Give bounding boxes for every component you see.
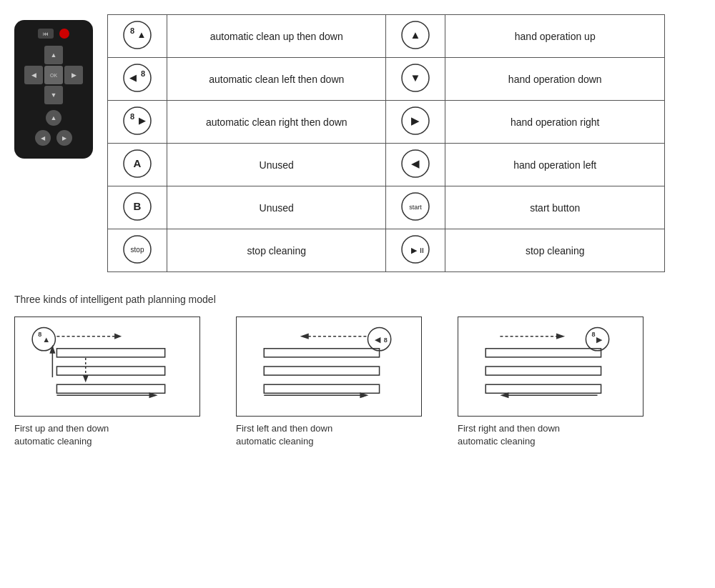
- right-icon-cell: start: [386, 186, 445, 229]
- diagram-item-3: 8 ▶ First right and then down automatic …: [458, 317, 658, 448]
- svg-text:start: start: [410, 204, 423, 211]
- svg-text:⏸: ⏸: [418, 246, 425, 254]
- svg-text:▶: ▶: [596, 335, 603, 344]
- left-icon-cell: 8▶: [108, 101, 167, 144]
- svg-text:B: B: [134, 200, 142, 212]
- svg-text:◀: ◀: [411, 157, 420, 169]
- right-label-cell: stop cleaning: [445, 229, 665, 272]
- right-label-cell: start button: [445, 186, 665, 229]
- left-icon-cell: stop: [108, 229, 167, 272]
- svg-marker-46: [300, 334, 309, 339]
- left-icon-cell: ◀8: [108, 58, 167, 101]
- table-row: stopstop cleaning▶⏸stop cleaning: [108, 229, 665, 272]
- svg-text:▲: ▲: [410, 29, 421, 41]
- left-label-cell: automatic clean left then down: [167, 58, 386, 101]
- right-icon-cell: ▲: [386, 15, 445, 58]
- left-icon-cell: B: [108, 186, 167, 229]
- svg-text:▼: ▼: [410, 71, 421, 84]
- right-icon-cell: ◀: [386, 144, 445, 186]
- svg-text:8: 8: [591, 331, 595, 338]
- svg-rect-35: [56, 384, 164, 393]
- svg-text:8: 8: [384, 337, 388, 344]
- svg-text:◀: ◀: [375, 335, 381, 344]
- diagram-item-2: ◀ 8 First left and then down automatic c…: [236, 317, 436, 448]
- svg-rect-59: [485, 384, 601, 393]
- table-row: 8▶automatic clean right then down▶hand o…: [108, 101, 665, 144]
- svg-marker-56: [556, 334, 565, 339]
- diagram-box-2: ◀ 8: [236, 317, 422, 417]
- section-title: Three kinds of intelligent path planning…: [14, 294, 701, 305]
- bottom-section: Three kinds of intelligent path planning…: [14, 294, 701, 448]
- svg-text:▶: ▶: [411, 246, 418, 254]
- svg-text:▶: ▶: [411, 114, 420, 126]
- dpad-down[interactable]: ▼: [44, 86, 63, 104]
- svg-text:stop: stop: [131, 246, 144, 254]
- diagram-label-1: First up and then down automatic cleanin…: [14, 422, 109, 448]
- svg-text:8: 8: [141, 69, 145, 78]
- table-row: BUnusedstartstart button: [108, 186, 665, 229]
- svg-rect-49: [264, 384, 379, 393]
- svg-rect-47: [264, 349, 379, 357]
- diagram-svg-3: 8 ▶: [464, 323, 637, 410]
- svg-rect-33: [56, 349, 164, 357]
- diagram-svg-1: 8 ▲: [21, 323, 194, 410]
- diagrams-row: 8 ▲: [14, 317, 701, 448]
- svg-text:8: 8: [130, 112, 134, 121]
- svg-marker-39: [83, 375, 89, 382]
- remote-bottom-btns: ▲ ◀ ▶: [35, 110, 72, 146]
- left-label-cell: automatic clean right then down: [167, 101, 386, 144]
- right-label-cell: hand operation up: [445, 15, 665, 58]
- right-label-cell: hand operation down: [445, 58, 665, 101]
- svg-text:◀: ◀: [129, 72, 137, 83]
- remote-red-btn[interactable]: [59, 29, 69, 39]
- remote-dpad: ▲ ◀ OK ▶ ▼: [24, 46, 83, 104]
- button-table: 8▲automatic clean up then down▲hand oper…: [107, 14, 665, 272]
- main-layout: ⏮ ▲ ◀ OK ▶ ▼ ▲ ◀ ▶ 8▲automatic clean up …: [14, 14, 701, 272]
- svg-marker-32: [114, 334, 122, 339]
- left-icon-cell: A: [108, 144, 167, 186]
- svg-rect-57: [485, 349, 601, 357]
- table-row: 8▲automatic clean up then down▲hand oper…: [108, 15, 665, 58]
- diagram-label-3: First right and then down automatic clea…: [458, 422, 560, 448]
- remote-btn-a[interactable]: ▲: [46, 110, 61, 126]
- svg-text:▶: ▶: [139, 115, 146, 126]
- left-label-cell: Unused: [167, 186, 386, 229]
- right-icon-cell: ▼: [386, 58, 445, 101]
- diagram-svg-2: ◀ 8: [242, 323, 415, 410]
- svg-rect-34: [56, 367, 164, 375]
- svg-text:A: A: [134, 157, 142, 169]
- svg-text:8: 8: [38, 331, 41, 338]
- remote-btn-right[interactable]: ▶: [56, 130, 72, 146]
- table-row: ◀8automatic clean left then down▼hand op…: [108, 58, 665, 101]
- right-icon-cell: ▶: [386, 101, 445, 144]
- left-label-cell: Unused: [167, 144, 386, 186]
- svg-text:8: 8: [130, 26, 134, 35]
- right-label-cell: hand operation right: [445, 101, 665, 144]
- svg-point-10: [124, 107, 151, 134]
- diagram-box-1: 8 ▲: [14, 317, 200, 417]
- svg-point-5: [124, 64, 151, 91]
- dpad-right[interactable]: ▶: [64, 66, 83, 84]
- svg-rect-48: [264, 367, 379, 375]
- right-label-cell: hand operation left: [445, 144, 665, 186]
- diagram-label-2: First left and then down automatic clean…: [236, 422, 332, 448]
- remote-row-btns: ◀ ▶: [35, 130, 72, 146]
- left-label-cell: automatic clean up then down: [167, 15, 386, 58]
- right-icon-cell: ▶⏸: [386, 229, 445, 272]
- remote-skip-btn[interactable]: ⏮: [38, 29, 54, 39]
- remote-btn-left[interactable]: ◀: [35, 130, 51, 146]
- dpad-left[interactable]: ◀: [24, 66, 43, 84]
- svg-text:▲: ▲: [137, 29, 147, 40]
- dpad-up[interactable]: ▲: [44, 46, 63, 64]
- dpad-ok[interactable]: OK: [44, 66, 63, 84]
- diagram-item-1: 8 ▲: [14, 317, 214, 448]
- diagram-box-3: 8 ▶: [458, 317, 644, 417]
- table-row: AUnused◀hand operation left: [108, 144, 665, 186]
- svg-rect-58: [485, 367, 601, 375]
- remote-top-row: ⏮: [21, 29, 86, 39]
- left-label-cell: stop cleaning: [167, 229, 386, 272]
- remote-control: ⏮ ▲ ◀ OK ▶ ▼ ▲ ◀ ▶: [14, 20, 93, 159]
- svg-text:▲: ▲: [42, 335, 50, 344]
- left-icon-cell: 8▲: [108, 15, 167, 58]
